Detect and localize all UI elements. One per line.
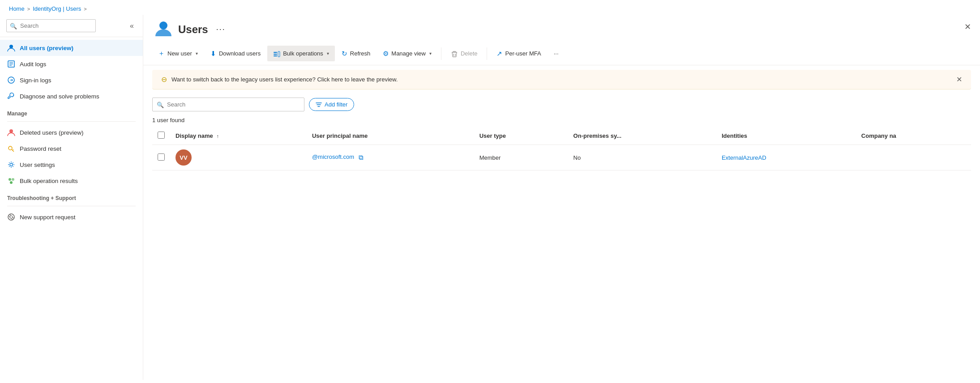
close-button[interactable]: ✕ xyxy=(964,22,971,32)
sidebar-item-new-support[interactable]: New support request xyxy=(0,209,143,225)
upn-cell-0: @microsoft.com ⧉ xyxy=(307,145,474,170)
manage-section-label: Manage xyxy=(0,104,143,119)
banner-close-button[interactable]: ✕ xyxy=(956,75,962,84)
bulk-icon xyxy=(7,177,15,185)
deleted-icon xyxy=(7,128,15,136)
per-user-mfa-button[interactable]: ↗ Per-user MFA xyxy=(491,46,547,61)
refresh-button[interactable]: ↻ Refresh xyxy=(336,46,377,61)
settings-icon xyxy=(7,161,15,169)
svg-point-10 xyxy=(12,178,14,181)
sidebar-item-user-settings[interactable]: User settings xyxy=(0,157,143,173)
toolbar-more-button[interactable]: ··· xyxy=(548,47,565,60)
sidebar-item-new-support-label: New support request xyxy=(20,214,76,221)
col-display-name[interactable]: Display name ↑ xyxy=(170,127,307,145)
svg-point-9 xyxy=(9,178,11,181)
download-icon: ⬇ xyxy=(210,50,216,58)
svg-point-6 xyxy=(9,129,13,133)
bulk-operations-button[interactable]: Bulk operations ▾ xyxy=(267,46,335,61)
breadcrumb: Home > IdentityOrg | Users > xyxy=(0,0,980,15)
sidebar-item-audit-logs[interactable]: Audit logs xyxy=(0,56,143,72)
svg-line-14 xyxy=(9,216,10,217)
breadcrumb-sep1: > xyxy=(27,6,30,12)
toolbar-separator-2 xyxy=(487,47,487,60)
info-banner: ⊖ Want to switch back to the legacy user… xyxy=(152,70,971,89)
page-more-button[interactable]: ··· xyxy=(214,24,228,35)
users-table: Display name ↑ User principal name User … xyxy=(152,127,971,170)
troubleshoot-divider xyxy=(7,206,136,206)
sidebar: 🔍 « All users (preview) xyxy=(0,15,143,380)
svg-point-11 xyxy=(10,181,13,184)
gear-icon: ⚙ xyxy=(383,50,389,58)
banner-text[interactable]: Want to switch back to the legacy users … xyxy=(171,76,398,83)
sidebar-collapse-button[interactable]: « xyxy=(127,20,137,32)
copy-icon-0[interactable]: ⧉ xyxy=(359,153,364,161)
search-box: 🔍 xyxy=(152,98,304,111)
sidebar-item-bulk-results-label: Bulk operation results xyxy=(20,178,78,184)
svg-rect-22 xyxy=(278,51,280,57)
toolbar: ＋ New user ▾ ⬇ Download users Bulk opera xyxy=(143,42,980,65)
manage-view-chevron: ▾ xyxy=(429,51,432,56)
identities-cell-0: ExternalAzureAD xyxy=(716,145,856,170)
avatar-0: VV xyxy=(175,149,192,166)
col-on-premises: On-premises sy... xyxy=(568,127,716,145)
on-premises-cell-0: No xyxy=(568,145,716,170)
bulk-op-chevron: ▾ xyxy=(327,51,329,56)
result-count: 1 user found xyxy=(143,115,980,127)
add-filter-button[interactable]: Add filter xyxy=(309,98,354,111)
svg-point-8 xyxy=(10,163,13,166)
sidebar-item-diagnose-label: Diagnose and solve problems xyxy=(20,93,99,100)
sidebar-search-box: 🔍 xyxy=(6,19,96,32)
sidebar-header: 🔍 « xyxy=(0,15,143,37)
svg-line-16 xyxy=(10,214,11,216)
sidebar-item-password-reset-label: Password reset xyxy=(20,145,61,152)
sidebar-nav: All users (preview) Audit logs xyxy=(0,37,143,380)
plus-icon: ＋ xyxy=(158,49,165,58)
col-upn: User principal name xyxy=(307,127,474,145)
delete-icon xyxy=(451,49,458,57)
filter-icon xyxy=(316,102,322,108)
upn-link-0[interactable]: @microsoft.com xyxy=(312,153,354,160)
sidebar-item-audit-logs-label: Audit logs xyxy=(20,61,46,68)
table-row: VV @microsoft.com ⧉ Member No ExternalAz… xyxy=(152,145,971,170)
sidebar-item-sign-in-logs[interactable]: Sign-in logs xyxy=(0,72,143,88)
key-icon xyxy=(7,145,15,153)
manage-view-button[interactable]: ⚙ Manage view ▾ xyxy=(377,46,437,61)
select-all-checkbox[interactable] xyxy=(158,132,165,139)
sidebar-item-password-reset[interactable]: Password reset xyxy=(0,140,143,157)
search-input[interactable] xyxy=(152,98,304,111)
audit-icon xyxy=(7,60,15,68)
col-company: Company na xyxy=(856,127,971,145)
svg-point-7 xyxy=(9,146,12,150)
row-checkbox-cell-0[interactable] xyxy=(152,145,170,170)
troubleshoot-section-label: Troubleshooting + Support xyxy=(0,189,143,203)
delete-button[interactable]: Delete xyxy=(445,46,484,61)
company-cell-0 xyxy=(856,145,971,170)
bulk-op-icon xyxy=(273,49,280,57)
breadcrumb-org[interactable]: IdentityOrg | Users xyxy=(33,5,81,12)
select-all-header[interactable] xyxy=(152,127,170,145)
new-user-chevron: ▾ xyxy=(196,51,198,56)
support-icon xyxy=(7,213,15,221)
download-users-button[interactable]: ⬇ Download users xyxy=(205,46,266,61)
svg-line-15 xyxy=(13,217,14,218)
row-checkbox-0[interactable] xyxy=(158,153,165,161)
sidebar-search-input[interactable] xyxy=(6,19,96,32)
sidebar-item-bulk-results[interactable]: Bulk operation results xyxy=(0,173,143,189)
manage-divider xyxy=(7,121,136,122)
wrench-icon xyxy=(7,92,15,100)
svg-point-13 xyxy=(10,216,13,218)
new-user-button[interactable]: ＋ New user ▾ xyxy=(152,46,204,61)
sidebar-item-user-settings-label: User settings xyxy=(20,162,55,168)
breadcrumb-sep2: > xyxy=(84,6,86,12)
breadcrumb-home[interactable]: Home xyxy=(9,5,25,12)
identities-link-0[interactable]: ExternalAzureAD xyxy=(722,154,766,161)
sidebar-item-all-users[interactable]: All users (preview) xyxy=(0,40,143,56)
mfa-icon: ↗ xyxy=(496,50,502,58)
signin-icon xyxy=(7,76,15,84)
svg-rect-20 xyxy=(274,54,277,55)
sidebar-item-sign-in-logs-label: Sign-in logs xyxy=(20,77,51,84)
sort-arrow: ↑ xyxy=(216,133,219,139)
toolbar-separator-1 xyxy=(441,47,441,60)
sidebar-item-deleted-users[interactable]: Deleted users (preview) xyxy=(0,124,143,140)
sidebar-item-diagnose[interactable]: Diagnose and solve problems xyxy=(0,88,143,104)
